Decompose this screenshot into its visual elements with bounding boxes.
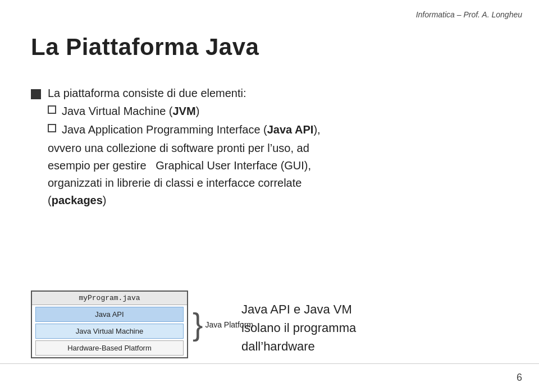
bullet-section: La piattaforma consiste di due elementi:… [31,87,517,209]
sub-bullets: Java Virtual Machine (JVM) Java Applicat… [48,103,517,138]
divider-line [0,363,539,364]
diagram-title-row: myProgram.java [32,292,187,305]
diagram-layer-api: Java API [35,307,184,322]
api-bold: Java API [267,123,314,136]
right-text-line1: Java API e Java VM [241,300,356,319]
content-area: La piattaforma consiste di due elementi:… [31,87,517,214]
sub-bullet-api-text: Java Application Programming Interface (… [62,122,321,138]
main-bullet: La piattaforma consiste di due elementi: [31,87,517,100]
continuation-1: ovvero una collezione di software pronti… [48,140,517,156]
diagram-layer-jvm: Java Virtual Machine [35,324,184,339]
packages-bold: packages [52,194,103,206]
page-number: 6 [517,372,522,384]
diagram-area: myProgram.java Java API Java Virtual Mac… [31,290,253,358]
page-title: La Piattaforma Java [31,34,259,61]
right-text-line2: isolano il programma [241,319,356,337]
continuation-2: esempio per gestire Graphical User Inter… [48,158,517,174]
brace-symbol: } [193,309,203,340]
sub-bullet-jvm: Java Virtual Machine (JVM) [48,103,517,119]
sub-bullet-jvm-text: Java Virtual Machine (JVM) [62,103,199,119]
right-text-area: Java API e Java VM isolano il programma … [241,300,356,356]
continuation-3: organizzati in librerie di classi e inte… [48,175,517,191]
square-bullet-icon [31,89,41,99]
diagram-box: myProgram.java Java API Java Virtual Mac… [31,290,188,358]
checkbox-icon-1 [48,105,56,114]
main-bullet-text: La piattaforma consiste di due elementi: [48,87,246,100]
sub-bullet-api: Java Application Programming Interface (… [48,122,517,138]
right-text-line3: dall’hardware [241,337,356,356]
jvm-bold: JVM [173,105,196,117]
diagram-layer-hw: Hardware-Based Platform [35,340,184,356]
author-label: Informatica – Prof. A. Longheu [416,10,522,19]
continuation-4: (packages) [48,192,517,209]
checkbox-icon-2 [48,124,56,132]
